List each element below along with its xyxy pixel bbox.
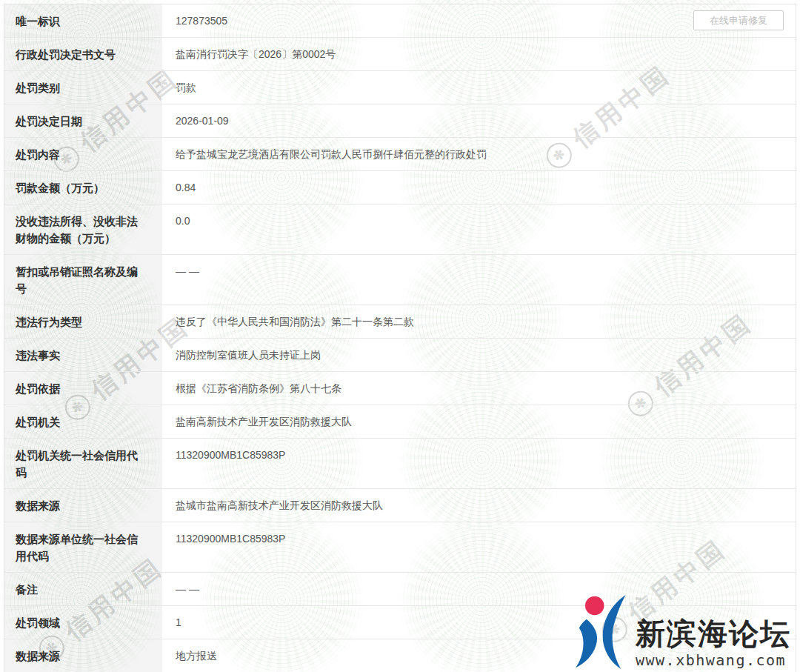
row-value: 11320900MB1C85983P [161, 522, 796, 572]
row-value: 盐南消行罚决字〔2026〕第0002号 [161, 38, 796, 70]
table-row: 违法行为类型 违反了《中华人民共和国消防法》第二十一条第二款 [4, 305, 796, 339]
row-label: 唯一标识 [4, 4, 161, 37]
row-label: 处罚机关统一社会信用代 码 [4, 439, 161, 488]
logo-text-block: 新滨海论坛 www.xbhwang.com [636, 616, 791, 669]
row-label: 罚款金额（万元） [4, 171, 161, 204]
row-label: 处罚类别 [4, 71, 161, 104]
row-label: 处罚决定日期 [4, 104, 161, 137]
site-url: www.xbhwang.com [636, 651, 786, 669]
row-value: 0.0 [161, 204, 796, 254]
table-row: 罚款金额（万元） 0.84 [4, 171, 796, 204]
row-label: 行政处罚决定书文号 [4, 38, 161, 70]
table-row: 违法事实 消防控制室值班人员未持证上岗 [4, 339, 796, 372]
penalty-record-page: { "watermark": { "text": "信用中国" }, "repa… [0, 0, 800, 672]
row-value: 罚款 [161, 71, 796, 104]
row-value: 2026-01-09 [161, 104, 796, 137]
xbhwang-logo: 新滨海论坛 www.xbhwang.com [569, 595, 791, 669]
row-value: 盐南高新技术产业开发区消防救援大队 [161, 405, 796, 438]
online-repair-request-button[interactable]: 在线申请修复 [693, 10, 784, 30]
row-value: 0.84 [161, 171, 796, 204]
table-row: 数据来源 盐城市盐南高新技术产业开发区消防救援大队 [4, 489, 796, 522]
row-label: 没收违法所得、没收非法 财物的金额（万元） [4, 204, 161, 254]
row-value: 根据《江苏省消防条例》第八十七条 [161, 372, 796, 405]
table-row: 处罚依据 根据《江苏省消防条例》第八十七条 [4, 372, 796, 405]
row-label: 数据来源 [4, 639, 161, 672]
site-name: 新滨海论坛 [636, 616, 791, 651]
row-value: — — [161, 255, 796, 305]
row-label: 处罚机关 [4, 405, 161, 438]
row-label: 违法事实 [4, 339, 161, 371]
table-row: 唯一标识 127873505 [4, 4, 796, 38]
table-row: 处罚决定日期 2026-01-09 [4, 104, 796, 138]
penalty-detail-table: 唯一标识 127873505 行政处罚决定书文号 盐南消行罚决字〔2026〕第0… [4, 4, 796, 672]
table-row: 处罚类别 罚款 [4, 71, 796, 104]
row-value: 违反了《中华人民共和国消防法》第二十一条第二款 [161, 305, 796, 338]
xbhwang-logo-icon [569, 595, 631, 669]
row-value: 给予盐城宝龙艺境酒店有限公司罚款人民币捌仟肆佰元整的行政处罚 [161, 138, 796, 170]
table-row: 处罚机关统一社会信用代 码 11320900MB1C85983P [4, 439, 796, 489]
row-label: 处罚领域 [4, 606, 161, 639]
table-row: 处罚内容 给予盐城宝龙艺境酒店有限公司罚款人民币捌仟肆佰元整的行政处罚 [4, 138, 796, 171]
row-label: 处罚内容 [4, 138, 161, 170]
row-label: 备注 [4, 573, 161, 605]
table-row: 暂扣或吊销证照名称及编 号 — — [4, 255, 796, 305]
row-value: 消防控制室值班人员未持证上岗 [161, 339, 796, 371]
table-row: 处罚机关 盐南高新技术产业开发区消防救援大队 [4, 405, 796, 439]
row-value: 盐城市盐南高新技术产业开发区消防救援大队 [161, 489, 796, 522]
table-row: 没收违法所得、没收非法 财物的金额（万元） 0.0 [4, 204, 796, 255]
row-label: 数据来源单位统一社会信 用代码 [4, 522, 161, 572]
row-label: 处罚依据 [4, 372, 161, 405]
table-row: 行政处罚决定书文号 盐南消行罚决字〔2026〕第0002号 [4, 38, 796, 71]
table-row: 数据来源单位统一社会信 用代码 11320900MB1C85983P [4, 522, 796, 573]
row-label: 数据来源 [4, 489, 161, 522]
row-label: 暂扣或吊销证照名称及编 号 [4, 255, 161, 305]
row-label: 违法行为类型 [4, 305, 161, 338]
row-value: 11320900MB1C85983P [161, 439, 796, 488]
